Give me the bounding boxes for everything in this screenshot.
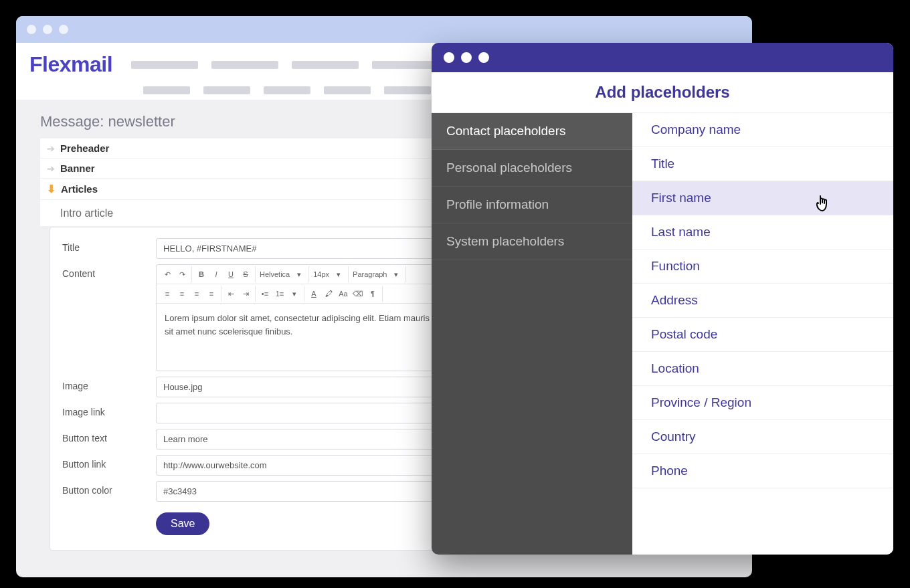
title-label: Title <box>62 238 156 253</box>
strike-icon[interactable]: S <box>239 268 252 281</box>
brand-logo: Flexmail <box>29 52 112 77</box>
modal-titlebar <box>432 43 893 72</box>
placeholder-item[interactable]: Function <box>632 250 893 284</box>
ordered-list-icon[interactable]: 1≡ <box>273 287 286 300</box>
placeholder-item[interactable]: Company name <box>632 113 893 147</box>
window-control-dot[interactable] <box>444 52 454 63</box>
placeholder-item[interactable]: Phone <box>632 454 893 488</box>
chevron-down-icon[interactable]: ▾ <box>389 268 403 281</box>
category-item[interactable]: Contact placeholders <box>432 113 632 150</box>
window-control-dot[interactable] <box>59 25 68 34</box>
placeholder-item[interactable]: Country <box>632 420 893 454</box>
list-dropdown-icon[interactable]: ▾ <box>288 287 301 300</box>
unordered-list-icon[interactable]: •≡ <box>258 287 272 300</box>
placeholder-item[interactable]: Postal code <box>632 318 893 352</box>
align-center-icon[interactable]: ≡ <box>175 287 189 300</box>
clear-format-icon[interactable]: ⌫ <box>351 287 365 300</box>
placeholders-modal: Add placeholders Contact placeholdersPer… <box>432 43 893 555</box>
content-label: Content <box>62 264 156 279</box>
intro-article-label: Intro article <box>60 207 113 219</box>
font-size-icon[interactable]: Aa <box>337 287 350 300</box>
category-item[interactable]: System placeholders <box>432 223 632 260</box>
editor-titlebar <box>16 16 752 43</box>
size-select[interactable]: 14px <box>312 270 331 278</box>
undo-icon[interactable]: ↶ <box>161 268 174 281</box>
placeholder-item[interactable]: First name <box>632 181 893 215</box>
arrow-right-icon: ➔ <box>47 143 55 154</box>
indent-icon[interactable]: ⇥ <box>239 287 252 300</box>
placeholder-item[interactable]: Province / Region <box>632 386 893 420</box>
placeholder-item[interactable]: Location <box>632 352 893 386</box>
placeholder-item[interactable]: Last name <box>632 215 893 250</box>
window-control-dot[interactable] <box>27 25 36 34</box>
button-color-label: Button color <box>62 481 156 496</box>
window-control-dot[interactable] <box>43 25 52 34</box>
placeholder-item[interactable]: Address <box>632 284 893 318</box>
align-left-icon[interactable]: ≡ <box>161 287 174 300</box>
window-control-dot[interactable] <box>478 52 489 63</box>
outdent-icon[interactable]: ⇤ <box>224 287 238 300</box>
arrow-down-icon: ⬇ <box>47 183 56 195</box>
align-right-icon[interactable]: ≡ <box>190 287 203 300</box>
format-select[interactable]: Paragraph <box>351 270 388 278</box>
category-item[interactable]: Personal placeholders <box>432 150 632 187</box>
category-item[interactable]: Profile information <box>432 187 632 223</box>
underline-icon[interactable]: U <box>224 268 238 281</box>
paragraph-icon[interactable]: ¶ <box>366 287 379 300</box>
chevron-down-icon[interactable]: ▾ <box>332 268 345 281</box>
save-button[interactable]: Save <box>156 512 209 535</box>
image-label: Image <box>62 377 156 391</box>
placeholder-list: Company nameTitleFirst nameLast nameFunc… <box>632 113 893 555</box>
arrow-right-icon: ➔ <box>47 163 55 174</box>
chevron-down-icon[interactable]: ▾ <box>292 268 306 281</box>
modal-title: Add placeholders <box>432 72 893 113</box>
align-justify-icon[interactable]: ≡ <box>205 287 218 300</box>
image-link-label: Image link <box>62 403 156 417</box>
button-link-label: Button link <box>62 455 156 470</box>
button-text-label: Button text <box>62 429 156 444</box>
highlight-icon[interactable]: 🖍 <box>322 287 335 300</box>
redo-icon[interactable]: ↷ <box>175 268 189 281</box>
text-color-icon[interactable]: A <box>307 287 321 300</box>
placeholder-item[interactable]: Title <box>632 147 893 181</box>
font-select[interactable]: Helvetica <box>258 270 291 278</box>
italic-icon[interactable]: I <box>209 268 223 281</box>
bold-icon[interactable]: B <box>195 268 208 281</box>
window-control-dot[interactable] <box>461 52 472 63</box>
placeholder-categories: Contact placeholdersPersonal placeholder… <box>432 113 632 555</box>
